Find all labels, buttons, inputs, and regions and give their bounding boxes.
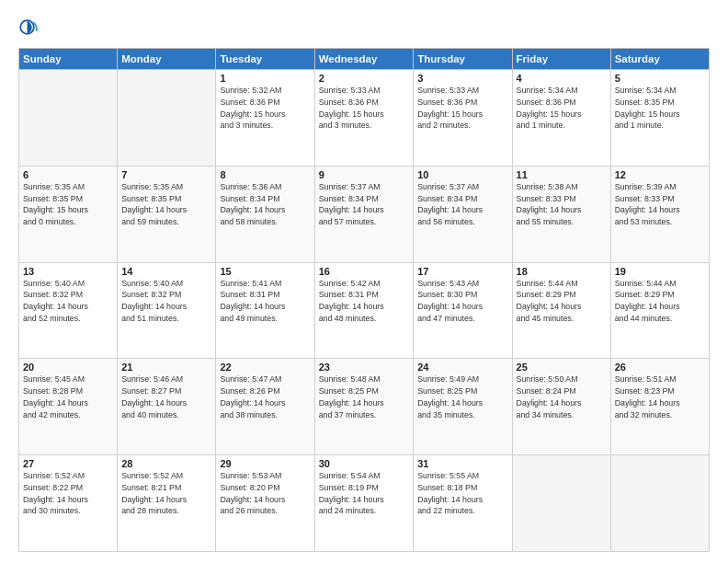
day-number: 7: [121, 169, 211, 180]
logo-icon: [18, 18, 39, 39]
day-info: Sunrise: 5:32 AM Sunset: 8:36 PM Dayligh…: [220, 85, 310, 132]
day-info: Sunrise: 5:41 AM Sunset: 8:31 PM Dayligh…: [220, 278, 310, 325]
day-cell: [19, 70, 118, 167]
day-number: 11: [517, 169, 607, 180]
day-info: Sunrise: 5:37 AM Sunset: 8:34 PM Dayligh…: [319, 181, 410, 228]
day-info: Sunrise: 5:51 AM Sunset: 8:23 PM Dayligh…: [615, 373, 705, 420]
day-number: 6: [23, 169, 113, 180]
day-number: 16: [319, 266, 410, 277]
day-cell: 28Sunrise: 5:52 AM Sunset: 8:21 PM Dayli…: [118, 455, 216, 552]
day-cell: 5Sunrise: 5:34 AM Sunset: 8:35 PM Daylig…: [610, 70, 709, 167]
day-info: Sunrise: 5:42 AM Sunset: 8:31 PM Dayligh…: [319, 278, 410, 325]
week-row: 27Sunrise: 5:52 AM Sunset: 8:22 PM Dayli…: [19, 455, 710, 552]
day-info: Sunrise: 5:48 AM Sunset: 8:25 PM Dayligh…: [319, 373, 410, 420]
day-cell: 11Sunrise: 5:38 AM Sunset: 8:33 PM Dayli…: [512, 166, 610, 262]
week-row: 20Sunrise: 5:45 AM Sunset: 8:28 PM Dayli…: [19, 359, 710, 455]
day-number: 4: [517, 73, 607, 84]
day-number: 28: [121, 458, 211, 469]
day-number: 27: [23, 458, 113, 469]
header: [18, 17, 710, 39]
weekday-header: Friday: [512, 49, 610, 70]
day-info: Sunrise: 5:45 AM Sunset: 8:28 PM Dayligh…: [23, 373, 113, 420]
day-info: Sunrise: 5:35 AM Sunset: 8:35 PM Dayligh…: [121, 181, 211, 228]
day-cell: 25Sunrise: 5:50 AM Sunset: 8:24 PM Dayli…: [512, 359, 610, 455]
day-info: Sunrise: 5:40 AM Sunset: 8:32 PM Dayligh…: [23, 278, 113, 325]
week-row: 6Sunrise: 5:35 AM Sunset: 8:35 PM Daylig…: [19, 166, 710, 262]
day-cell: 3Sunrise: 5:33 AM Sunset: 8:36 PM Daylig…: [414, 70, 512, 167]
day-cell: 15Sunrise: 5:41 AM Sunset: 8:31 PM Dayli…: [216, 262, 314, 359]
day-cell: 24Sunrise: 5:49 AM Sunset: 8:25 PM Dayli…: [414, 359, 512, 455]
day-info: Sunrise: 5:38 AM Sunset: 8:33 PM Dayligh…: [517, 181, 607, 228]
day-info: Sunrise: 5:34 AM Sunset: 8:35 PM Dayligh…: [615, 85, 705, 132]
day-info: Sunrise: 5:55 AM Sunset: 8:18 PM Dayligh…: [417, 470, 507, 517]
day-number: 15: [220, 266, 310, 277]
day-cell: 7Sunrise: 5:35 AM Sunset: 8:35 PM Daylig…: [118, 166, 216, 262]
day-number: 1: [220, 73, 310, 84]
day-info: Sunrise: 5:33 AM Sunset: 8:36 PM Dayligh…: [417, 85, 507, 132]
day-number: 5: [615, 73, 705, 84]
day-cell: [118, 70, 216, 167]
day-info: Sunrise: 5:37 AM Sunset: 8:34 PM Dayligh…: [417, 181, 507, 228]
day-info: Sunrise: 5:52 AM Sunset: 8:21 PM Dayligh…: [121, 470, 211, 517]
day-number: 17: [417, 266, 507, 277]
day-info: Sunrise: 5:50 AM Sunset: 8:24 PM Dayligh…: [517, 373, 607, 420]
weekday-header: Wednesday: [314, 49, 414, 70]
day-cell: 19Sunrise: 5:44 AM Sunset: 8:29 PM Dayli…: [610, 262, 709, 359]
day-info: Sunrise: 5:35 AM Sunset: 8:35 PM Dayligh…: [23, 181, 113, 228]
day-cell: 4Sunrise: 5:34 AM Sunset: 8:36 PM Daylig…: [512, 70, 610, 167]
day-info: Sunrise: 5:39 AM Sunset: 8:33 PM Dayligh…: [615, 181, 705, 228]
day-number: 25: [517, 362, 607, 373]
day-number: 30: [319, 458, 410, 469]
weekday-header: Sunday: [19, 49, 118, 70]
calendar: SundayMondayTuesdayWednesdayThursdayFrid…: [18, 48, 710, 552]
day-number: 29: [220, 458, 310, 469]
day-cell: 26Sunrise: 5:51 AM Sunset: 8:23 PM Dayli…: [610, 359, 709, 455]
day-info: Sunrise: 5:33 AM Sunset: 8:36 PM Dayligh…: [319, 85, 410, 132]
weekday-header-row: SundayMondayTuesdayWednesdayThursdayFrid…: [19, 49, 710, 70]
day-info: Sunrise: 5:44 AM Sunset: 8:29 PM Dayligh…: [615, 278, 705, 325]
day-number: 14: [121, 266, 211, 277]
logo: [18, 17, 40, 39]
day-number: 9: [319, 169, 410, 180]
day-number: 21: [121, 362, 211, 373]
day-cell: 2Sunrise: 5:33 AM Sunset: 8:36 PM Daylig…: [314, 70, 414, 167]
weekday-header: Monday: [118, 49, 216, 70]
day-cell: 6Sunrise: 5:35 AM Sunset: 8:35 PM Daylig…: [19, 166, 118, 262]
day-number: 26: [615, 362, 705, 373]
week-row: 1Sunrise: 5:32 AM Sunset: 8:36 PM Daylig…: [19, 70, 710, 167]
day-number: 18: [517, 266, 607, 277]
day-info: Sunrise: 5:46 AM Sunset: 8:27 PM Dayligh…: [121, 373, 211, 420]
day-info: Sunrise: 5:49 AM Sunset: 8:25 PM Dayligh…: [417, 373, 507, 420]
day-cell: 22Sunrise: 5:47 AM Sunset: 8:26 PM Dayli…: [216, 359, 314, 455]
day-info: Sunrise: 5:34 AM Sunset: 8:36 PM Dayligh…: [517, 85, 607, 132]
day-number: 22: [220, 362, 310, 373]
day-cell: [610, 455, 709, 552]
day-cell: 23Sunrise: 5:48 AM Sunset: 8:25 PM Dayli…: [314, 359, 414, 455]
day-number: 23: [319, 362, 410, 373]
day-cell: 30Sunrise: 5:54 AM Sunset: 8:19 PM Dayli…: [314, 455, 414, 552]
day-number: 19: [615, 266, 705, 277]
day-info: Sunrise: 5:54 AM Sunset: 8:19 PM Dayligh…: [319, 470, 410, 517]
day-cell: [512, 455, 610, 552]
day-info: Sunrise: 5:40 AM Sunset: 8:32 PM Dayligh…: [121, 278, 211, 325]
day-cell: 20Sunrise: 5:45 AM Sunset: 8:28 PM Dayli…: [19, 359, 118, 455]
day-info: Sunrise: 5:53 AM Sunset: 8:20 PM Dayligh…: [220, 470, 310, 517]
day-info: Sunrise: 5:52 AM Sunset: 8:22 PM Dayligh…: [23, 470, 113, 517]
day-cell: 31Sunrise: 5:55 AM Sunset: 8:18 PM Dayli…: [414, 455, 512, 552]
day-cell: 1Sunrise: 5:32 AM Sunset: 8:36 PM Daylig…: [216, 70, 314, 167]
day-cell: 9Sunrise: 5:37 AM Sunset: 8:34 PM Daylig…: [314, 166, 414, 262]
day-cell: 21Sunrise: 5:46 AM Sunset: 8:27 PM Dayli…: [118, 359, 216, 455]
day-cell: 8Sunrise: 5:36 AM Sunset: 8:34 PM Daylig…: [216, 166, 314, 262]
day-number: 3: [417, 73, 507, 84]
day-number: 24: [417, 362, 507, 373]
page: SundayMondayTuesdayWednesdayThursdayFrid…: [0, 0, 728, 563]
day-cell: 16Sunrise: 5:42 AM Sunset: 8:31 PM Dayli…: [314, 262, 414, 359]
day-cell: 29Sunrise: 5:53 AM Sunset: 8:20 PM Dayli…: [216, 455, 314, 552]
day-info: Sunrise: 5:36 AM Sunset: 8:34 PM Dayligh…: [220, 181, 310, 228]
day-cell: 10Sunrise: 5:37 AM Sunset: 8:34 PM Dayli…: [414, 166, 512, 262]
day-number: 2: [319, 73, 410, 84]
day-info: Sunrise: 5:44 AM Sunset: 8:29 PM Dayligh…: [517, 278, 607, 325]
weekday-header: Saturday: [610, 49, 709, 70]
day-cell: 12Sunrise: 5:39 AM Sunset: 8:33 PM Dayli…: [610, 166, 709, 262]
day-number: 10: [417, 169, 507, 180]
